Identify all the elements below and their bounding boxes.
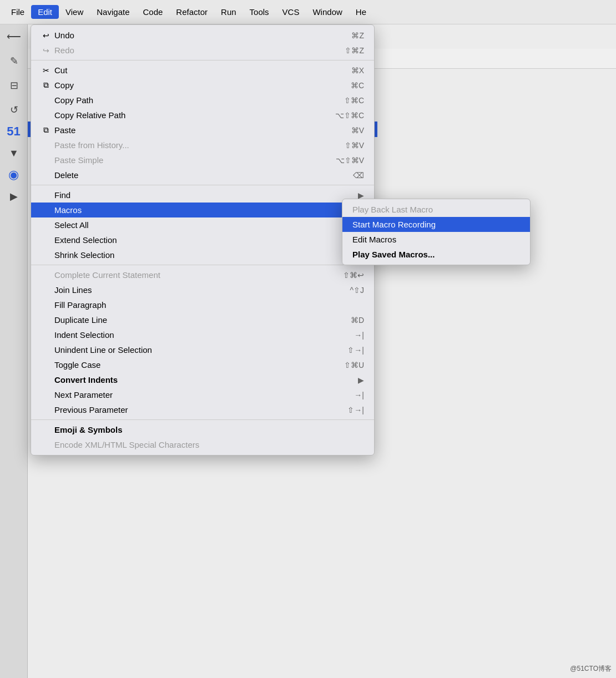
sidebar-icon-5[interactable]: ▼ <box>0 141 28 165</box>
menu-vcs[interactable]: VCS <box>276 5 306 19</box>
sidebar-icon-6[interactable]: ▶ <box>0 184 28 209</box>
menubar: File Edit View Navigate Code Refactor Ru… <box>0 0 616 24</box>
menu-item-delete[interactable]: Delete ⌫ <box>31 168 374 183</box>
left-sidebar: ⟵ ✎ ⊟ ↺ 51 ▼ ◉ ▶ <box>0 24 28 678</box>
menu-item-complete-statement[interactable]: Complete Current Statement ⇧⌘↩ <box>31 267 374 282</box>
menu-file[interactable]: File <box>4 5 31 19</box>
separator-3 <box>31 265 374 265</box>
menu-item-paste-simple[interactable]: Paste Simple ⌥⇧⌘V <box>31 153 374 168</box>
submenu-item-start-recording[interactable]: Start Macro Recording <box>342 217 530 232</box>
menu-item-shrink-selection[interactable]: Shrink Selection ⌥↓ <box>31 247 374 262</box>
menu-item-convert-indents[interactable]: Convert Indents ▶ <box>31 372 374 387</box>
menu-item-copy[interactable]: ⧉ Copy ⌘C <box>31 78 374 93</box>
menu-item-redo[interactable]: ↪ Redo ⇧⌘Z <box>31 43 374 58</box>
separator-4 <box>31 419 374 420</box>
menu-code[interactable]: Code <box>136 5 169 19</box>
menu-item-paste[interactable]: ⧉ Paste ⌘V <box>31 123 374 138</box>
redo-icon: ↪ <box>41 46 51 55</box>
cut-icon: ✂ <box>41 66 51 75</box>
menu-item-extend-selection[interactable]: Extend Selection ⌥↑ <box>31 232 374 247</box>
watermark: @51CTO博客 <box>570 664 612 674</box>
menu-view[interactable]: View <box>59 5 90 19</box>
sidebar-icon-4[interactable]: ↺ <box>0 98 28 122</box>
menu-item-join-lines[interactable]: Join Lines ^⇧J <box>31 282 374 297</box>
copy-icon: ⧉ <box>41 80 51 90</box>
edit-menu-dropdown: ↩ Undo ⌘Z ↪ Redo ⇧⌘Z ✂ Cut ⌘X ⧉ Copy ⌘C … <box>31 24 375 456</box>
menu-item-undo[interactable]: ↩ Undo ⌘Z <box>31 28 374 43</box>
paste-icon: ⧉ <box>41 125 51 135</box>
undo-icon: ↩ <box>41 31 51 40</box>
menu-item-copy-path[interactable]: Copy Path ⇧⌘C <box>31 93 374 108</box>
menu-item-next-parameter[interactable]: Next Parameter →| <box>31 387 374 402</box>
menu-refactor[interactable]: Refactor <box>169 5 214 19</box>
sidebar-circle: ◉ <box>0 165 27 184</box>
menu-item-fill-paragraph[interactable]: Fill Paragraph <box>31 297 374 312</box>
sidebar-number: 51 <box>0 122 27 141</box>
separator-1 <box>31 60 374 60</box>
menu-run[interactable]: Run <box>214 5 243 19</box>
menu-item-previous-parameter[interactable]: Previous Parameter ⇧→| <box>31 402 374 417</box>
submenu-item-play-saved[interactable]: Play Saved Macros... <box>342 247 530 262</box>
submenu-item-play-back-last[interactable]: Play Back Last Macro <box>342 202 530 217</box>
macros-submenu: Play Back Last Macro Start Macro Recordi… <box>342 199 531 265</box>
menu-item-encode-xml[interactable]: Encode XML/HTML Special Characters <box>31 437 374 452</box>
sidebar-icon-3[interactable]: ⊟ <box>0 73 28 98</box>
menu-item-unindent[interactable]: Unindent Line or Selection ⇧→| <box>31 342 374 357</box>
menu-tools[interactable]: Tools <box>243 5 276 19</box>
menu-edit[interactable]: Edit <box>31 5 59 19</box>
submenu-item-edit-macros[interactable]: Edit Macros <box>342 232 530 247</box>
menu-help[interactable]: He <box>349 5 373 19</box>
menu-item-cut[interactable]: ✂ Cut ⌘X <box>31 63 374 78</box>
menu-item-paste-history[interactable]: Paste from History... ⇧⌘V <box>31 138 374 153</box>
menu-item-macros[interactable]: Macros ▶ <box>31 203 374 217</box>
menu-item-duplicate-line[interactable]: Duplicate Line ⌘D <box>31 312 374 327</box>
menu-item-select-all[interactable]: Select All ⌘A <box>31 217 374 232</box>
separator-2 <box>31 185 374 185</box>
sidebar-icon-2[interactable]: ✎ <box>0 49 28 73</box>
menu-item-find[interactable]: Find ▶ <box>31 188 374 203</box>
sidebar-icon-1[interactable]: ⟵ <box>0 24 28 49</box>
menu-item-emoji[interactable]: Emoji & Symbols <box>31 422 374 437</box>
menu-item-copy-relative-path[interactable]: Copy Relative Path ⌥⇧⌘C <box>31 108 374 123</box>
menu-window[interactable]: Window <box>306 5 349 19</box>
menu-navigate[interactable]: Navigate <box>90 5 136 19</box>
menu-item-toggle-case[interactable]: Toggle Case ⇧⌘U <box>31 357 374 372</box>
menu-item-indent-selection[interactable]: Indent Selection →| <box>31 327 374 342</box>
